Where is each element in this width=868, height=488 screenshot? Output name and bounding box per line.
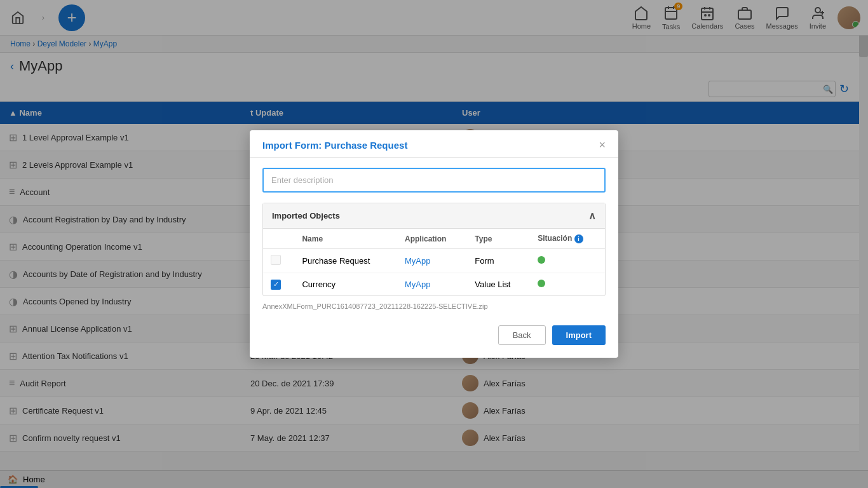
back-button[interactable]: Back (498, 325, 546, 345)
file-info: AnnexXMLForm_PURC1614087723_20211228-162… (250, 296, 618, 316)
imported-table-row: ✓ Currency MyApp Value List (263, 273, 605, 295)
th-obj-type: Type (467, 229, 530, 249)
modal-title: Import Form: Purchase Request (262, 140, 407, 151)
file-label: AnnexXMLForm_PURC1614087723_20211228-162… (262, 302, 488, 310)
info-icon[interactable]: i (574, 234, 583, 243)
cell-checkbox (263, 249, 294, 273)
description-input[interactable] (262, 168, 606, 193)
imported-table-row: Purchase Request MyApp Form (263, 249, 605, 273)
status-dot (538, 256, 545, 264)
cell-obj-app: MyApp (397, 249, 467, 273)
modal-overlay: Import Form: Purchase Request × Imported… (0, 0, 868, 488)
cell-obj-name: Purchase Request (294, 249, 397, 273)
modal-footer: Back Import (250, 316, 618, 345)
import-modal: Import Form: Purchase Request × Imported… (250, 130, 618, 358)
cell-obj-app: MyApp (397, 273, 467, 295)
imported-table-header-row: Name Application Type Situación i (263, 229, 605, 249)
status-dot (538, 280, 545, 287)
checkbox-checked[interactable]: ✓ (271, 280, 281, 290)
imported-objects-section: Imported Objects ∧ Name Application Type… (262, 203, 606, 296)
cell-obj-type: Value List (467, 273, 530, 295)
cell-obj-type: Form (467, 249, 530, 273)
import-button[interactable]: Import (552, 325, 606, 345)
modal-close-button[interactable]: × (599, 139, 606, 151)
imported-objects-label: Imported Objects (272, 211, 340, 220)
imported-table-body: Purchase Request MyApp Form ✓ Currency M… (263, 249, 605, 295)
imported-objects-header: Imported Objects ∧ (263, 203, 605, 229)
checkbox-disabled (271, 255, 281, 265)
modal-body: Imported Objects ∧ Name Application Type… (250, 158, 618, 296)
imported-table: Name Application Type Situación i Purcha… (263, 229, 605, 295)
th-obj-app: Application (397, 229, 467, 249)
collapse-button[interactable]: ∧ (588, 210, 596, 222)
th-obj-status: Situación i (530, 229, 605, 249)
modal-header: Import Form: Purchase Request × (250, 130, 618, 158)
cell-obj-status (530, 273, 605, 295)
cell-checkbox[interactable]: ✓ (263, 273, 294, 295)
th-obj-name (263, 229, 294, 249)
cell-obj-status (530, 249, 605, 273)
cell-obj-name: Currency (294, 273, 397, 295)
th-obj-name-label: Name (294, 229, 397, 249)
